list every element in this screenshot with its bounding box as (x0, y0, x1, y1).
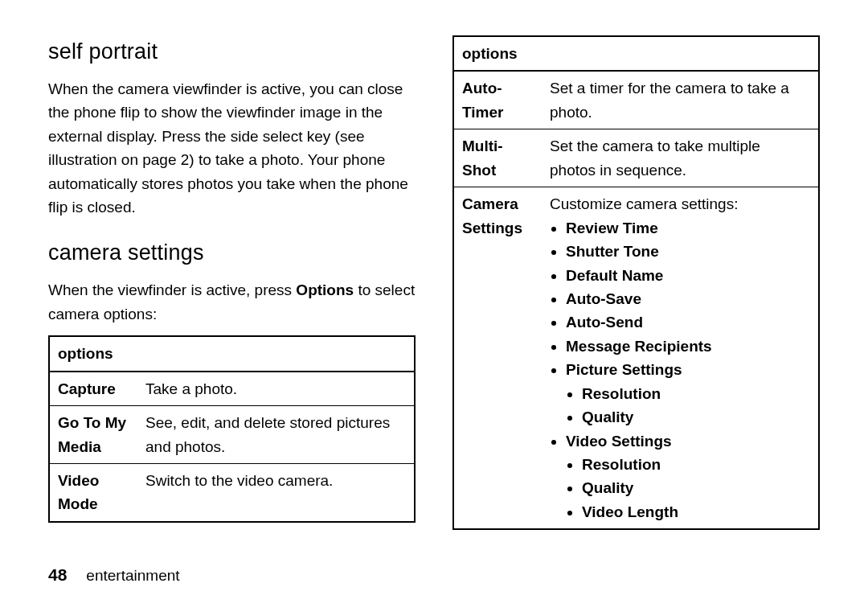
option-key: Camera Settings (453, 187, 542, 530)
option-key: Go To My Media (49, 406, 137, 464)
option-desc: Switch to the video camera. (137, 463, 415, 521)
list-item: Video Length (582, 500, 810, 524)
table-row: Camera Settings Customize camera setting… (453, 187, 819, 530)
table-row: Multi-Shot Set the camera to take multip… (453, 129, 819, 187)
option-desc: Set the camera to take multiple photos i… (542, 129, 819, 187)
list-item: Shutter Tone (566, 240, 810, 263)
options-header: options (453, 36, 819, 71)
table-row: Go To My Media See, edit, and delete sto… (49, 406, 415, 464)
heading-camera-settings: camera settings (48, 236, 416, 270)
list-item: Resolution (582, 382, 810, 405)
options-header: options (49, 336, 415, 371)
list-item: Picture Settings Resolution Quality (566, 358, 810, 429)
table-row: Capture Take a photo. (49, 372, 415, 406)
right-column: options Auto-Timer Set a timer for the c… (452, 35, 820, 530)
options-key-label: Options (296, 281, 354, 298)
options-table-left: options Capture Take a photo. Go To My M… (48, 335, 416, 523)
option-key: Video Mode (49, 463, 137, 521)
page-number: 48 (48, 565, 67, 584)
option-key: Auto-Timer (453, 71, 542, 129)
list-item: Review Time (566, 216, 810, 240)
text: When the viewfinder is active, press (48, 281, 296, 298)
list-item: Quality (582, 405, 810, 429)
heading-self-portrait: self portrait (48, 35, 416, 69)
table-row: Auto-Timer Set a timer for the camera to… (453, 71, 819, 129)
text: Customize camera settings: (550, 195, 738, 212)
paragraph-self-portrait: When the camera viewfinder is active, yo… (48, 77, 416, 220)
list-item: Video Settings Resolution Quality Video … (566, 429, 810, 524)
list-item: Default Name (566, 264, 810, 287)
option-desc: Customize camera settings: Review Time S… (542, 187, 819, 530)
option-desc: Set a timer for the camera to take a pho… (542, 71, 819, 129)
option-key: Capture (49, 372, 137, 406)
option-desc: See, edit, and delete stored pictures an… (137, 406, 415, 464)
settings-list: Review Time Shutter Tone Default Name Au… (550, 216, 810, 524)
options-table-right: options Auto-Timer Set a timer for the c… (452, 35, 820, 530)
option-key: Multi-Shot (453, 129, 542, 187)
list-item: Auto-Save (566, 287, 810, 310)
list-item: Quality (582, 476, 810, 499)
left-column: self portrait When the camera viewfinder… (48, 35, 416, 530)
section-name: entertainment (86, 567, 179, 584)
list-item: Message Recipients (566, 335, 810, 358)
text: Video Settings (566, 433, 672, 450)
text: Picture Settings (566, 361, 682, 378)
table-row: Video Mode Switch to the video camera. (49, 463, 415, 521)
page-footer: 48entertainment (48, 562, 180, 589)
list-item: Auto-Send (566, 310, 810, 334)
list-item: Resolution (582, 453, 810, 476)
option-desc: Take a photo. (137, 372, 415, 406)
paragraph-camera-settings: When the viewfinder is active, press Opt… (48, 278, 416, 326)
